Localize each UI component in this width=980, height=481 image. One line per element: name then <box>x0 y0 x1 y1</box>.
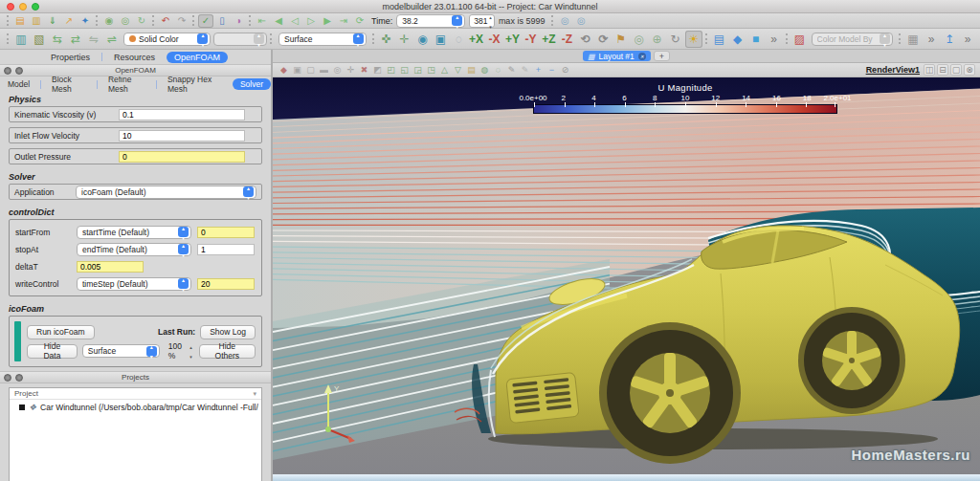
catalyst-disconnect-icon[interactable]: ◎ <box>118 14 133 28</box>
auto-apply-icon[interactable]: ✓ <box>198 14 213 28</box>
isometric-view-icon[interactable]: ⚑ <box>612 31 630 48</box>
tab-resources[interactable]: Resources <box>106 52 163 63</box>
screenshot-icon[interactable]: ▣ <box>291 64 303 76</box>
rotation-center-icon[interactable]: ⊕ <box>649 31 666 48</box>
rescale-custom-icon[interactable]: ⇄ <box>67 31 84 48</box>
float-panel-icon[interactable] <box>4 374 11 382</box>
representation-combo[interactable]: Surface <box>278 33 366 46</box>
toolbar-handle[interactable] <box>705 33 708 44</box>
multiblock-inspector-icon[interactable]: ▤ <box>711 31 728 48</box>
preview-icon[interactable]: ▬ <box>318 64 330 76</box>
subtab-solver[interactable]: Solver <box>233 78 271 90</box>
kinematic-viscosity-input[interactable] <box>119 109 245 120</box>
select-points-through-icon[interactable]: ◳ <box>425 64 437 76</box>
tab-layout-1[interactable]: Layout #1 <box>583 51 651 61</box>
writecontrol-value-input[interactable] <box>197 278 255 290</box>
select-cells-on-icon[interactable]: ◰ <box>385 64 397 76</box>
interactive-select-cells-icon[interactable]: ◍ <box>479 64 491 76</box>
set-view-minus-y-icon[interactable]: -Y <box>523 31 540 48</box>
import-data-icon[interactable]: ⇓ <box>45 14 60 28</box>
add-layout-tab[interactable]: + <box>654 51 670 61</box>
chevron-overflow2-icon[interactable]: » <box>959 31 976 48</box>
hover-cells-icon[interactable]: ✎ <box>505 64 518 76</box>
set-view-plus-x-icon[interactable]: +X <box>468 31 485 48</box>
split-vertical-icon[interactable]: ⊟ <box>937 64 948 76</box>
toolbar-handle[interactable] <box>192 15 195 26</box>
close-panel-icon[interactable] <box>15 374 23 382</box>
hide-others-button[interactable]: Hide Others <box>199 344 256 359</box>
open-project-icon[interactable]: ▤ <box>12 14 28 28</box>
select-points-polygon-icon[interactable]: ▽ <box>452 64 464 76</box>
set-view-plus-y-icon[interactable]: +Y <box>504 31 522 48</box>
history-icon[interactable]: ↻ <box>134 14 149 28</box>
select-points-on-icon[interactable]: ◱ <box>398 64 411 76</box>
reset-camera-closest-icon[interactable]: ✛ <box>396 31 413 48</box>
close-view-icon[interactable]: ⊗ <box>964 64 975 76</box>
server-connect-icon[interactable]: ▯ <box>214 14 230 28</box>
set-view-minus-z-icon[interactable]: -Z <box>559 31 576 48</box>
toolbar-handle[interactable] <box>372 33 375 44</box>
frame-spinbox[interactable]: 381 <box>469 14 495 28</box>
startfrom-value-input[interactable] <box>197 227 255 238</box>
interactive-select-points-icon[interactable]: ◌ <box>492 64 504 76</box>
run-icofoam-button[interactable]: Run icoFoam <box>27 325 95 339</box>
zoom-to-box-icon[interactable]: ◌ <box>451 31 468 48</box>
subtab-block-mesh[interactable]: Block Mesh <box>44 74 94 95</box>
chevron-overflow-icon[interactable]: » <box>923 31 940 48</box>
subtab-model[interactable]: Model <box>0 78 37 90</box>
application-combo[interactable]: icoFoam (Default) <box>76 186 256 199</box>
zoom-in-icon[interactable]: + <box>532 64 545 76</box>
record-time-icon[interactable]: ◎ <box>573 14 589 28</box>
zoom-out-icon[interactable]: − <box>546 64 558 76</box>
color-palette-icon[interactable]: ◑ <box>231 14 246 28</box>
inlet-flow-velocity-input[interactable] <box>119 130 245 142</box>
minimize-window-icon[interactable] <box>19 3 27 11</box>
color-by-combo[interactable]: Solid Color <box>123 33 211 46</box>
toolbar-handle[interactable] <box>152 15 155 26</box>
toolbar-handle[interactable] <box>270 33 273 44</box>
close-window-icon[interactable] <box>7 3 14 11</box>
magnifier-icon[interactable]: ◎ <box>331 64 344 76</box>
step-forward-button[interactable]: ▶ <box>320 14 335 28</box>
select-cells-polygon-icon[interactable]: △ <box>438 64 451 76</box>
glyph-filter-icon[interactable]: ◆ <box>729 31 746 48</box>
probe-location-icon[interactable]: ↥ <box>941 31 958 48</box>
maximize-view-icon[interactable]: ▢ <box>950 64 962 76</box>
clear-selection-icon[interactable]: ⊘ <box>559 64 571 76</box>
close-panel-icon[interactable] <box>15 67 23 75</box>
cube-axes-icon[interactable]: ■ <box>747 31 765 48</box>
toolbar-handle[interactable] <box>7 15 10 26</box>
reset-camera-icon[interactable]: ✜ <box>378 31 395 48</box>
zoom-to-data-icon[interactable]: ◉ <box>414 31 432 48</box>
project-tree-header[interactable]: Project <box>10 388 261 400</box>
toolbar-handle[interactable] <box>786 33 789 44</box>
edit-color-map-icon[interactable]: ▧ <box>31 31 48 48</box>
rescale-visible-icon[interactable]: ⇌ <box>103 31 121 48</box>
tab-properties[interactable]: Properties <box>43 52 98 63</box>
calculator-icon[interactable]: ▦ <box>904 31 922 48</box>
play-backward-button[interactable]: ◁ <box>287 14 302 28</box>
center-rotation-icon[interactable]: ◎ <box>631 31 648 48</box>
subtab-snappy-hex-mesh[interactable]: Snappy Hex Mesh <box>160 74 230 95</box>
subtab-refine-mesh[interactable]: Refine Mesh <box>100 74 153 95</box>
rescale-temporal-icon[interactable]: ⇋ <box>85 31 102 48</box>
select-block-icon[interactable]: ▤ <box>465 64 478 76</box>
center-axes-visibility-icon[interactable]: ✛ <box>345 64 357 76</box>
orientation-axes-icon[interactable]: ✖ <box>358 64 370 76</box>
stopat-value-input[interactable] <box>197 244 255 255</box>
play-button[interactable]: ▷ <box>303 14 319 28</box>
render-view-title[interactable]: RenderView1 <box>866 65 924 75</box>
select-cells-through-icon[interactable]: ◲ <box>412 64 424 76</box>
tab-openfoam[interactable]: OpenFOAM <box>167 52 228 63</box>
pin-dock-icon[interactable]: ◆ <box>278 64 290 76</box>
rotate-90-cw-icon[interactable]: ⟳ <box>595 31 612 48</box>
close-tab-icon[interactable] <box>638 53 646 60</box>
show-log-button[interactable]: Show Log <box>200 325 256 339</box>
export-scene-icon[interactable]: ↗ <box>61 14 77 28</box>
float-panel-icon[interactable] <box>4 67 11 75</box>
deltat-input[interactable] <box>77 261 144 273</box>
render-viewport[interactable]: Y U Magnitude 0.0e+00 2 4 6 8 <box>273 77 980 474</box>
set-view-minus-x-icon[interactable]: -X <box>486 31 503 48</box>
reset-rotation-icon[interactable]: ↻ <box>667 31 684 48</box>
opacity-spinbox[interactable]: 100 % <box>165 344 194 358</box>
